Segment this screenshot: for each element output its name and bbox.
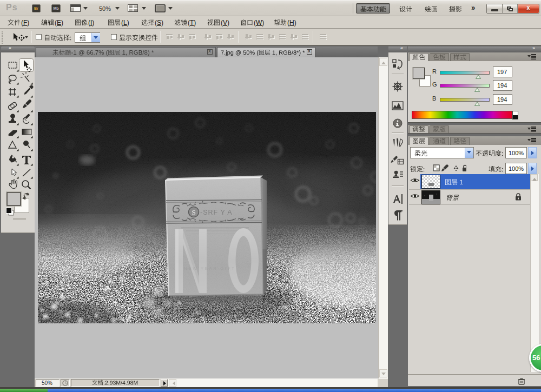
- svg-text:S: S: [192, 208, 195, 216]
- svg-text:-SRF Y A: -SRF Y A: [200, 209, 233, 216]
- svg-text:NEW YEAR GIFT: NEW YEAR GIFT: [184, 266, 235, 271]
